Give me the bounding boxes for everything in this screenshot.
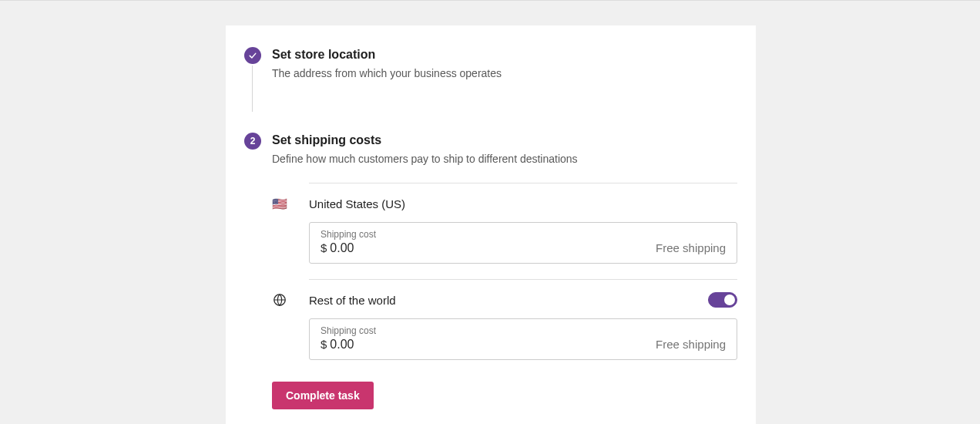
cost-value: 0.00: [330, 241, 656, 255]
currency-symbol: $: [321, 338, 327, 351]
us-flag-icon: 🇺🇸: [272, 196, 287, 211]
currency-symbol: $: [321, 241, 327, 254]
step2-title: Set shipping costs: [272, 131, 737, 150]
step-connector: [252, 66, 253, 112]
zone-us-cost-input[interactable]: Shipping cost $ 0.00 Free shipping: [309, 222, 737, 264]
cost-label: Shipping cost: [321, 325, 726, 336]
step1-desc: The address from which your business ope…: [272, 66, 737, 82]
step-complete-badge: [244, 47, 261, 64]
zone-us-header: 🇺🇸 United States (US): [272, 196, 737, 211]
step-shipping-costs: 2 Set shipping costs Define how much cus…: [226, 131, 756, 167]
step-number: 2: [250, 136, 256, 146]
check-icon: [248, 51, 257, 60]
zone-us-name: United States (US): [309, 197, 737, 210]
zone-divider: [309, 279, 737, 280]
step2-desc: Define how much customers pay to ship to…: [272, 151, 737, 167]
zone-divider: [309, 183, 737, 183]
shipping-zones: 🇺🇸 United States (US) Shipping cost $ 0.…: [226, 183, 756, 360]
zone-rest-header: Rest of the world: [272, 292, 737, 308]
cost-value: 0.00: [330, 338, 656, 352]
page-divider: [0, 0, 980, 1]
free-shipping-badge: Free shipping: [656, 241, 726, 254]
zone-rest-toggle[interactable]: [708, 292, 737, 308]
step-number-badge: 2: [244, 133, 261, 150]
complete-task-button[interactable]: Complete task: [272, 382, 374, 409]
step1-title: Set store location: [272, 45, 737, 64]
cost-label: Shipping cost: [321, 229, 726, 240]
toggle-knob: [724, 294, 735, 305]
globe-icon: [272, 292, 287, 308]
step-store-location: Set store location The address from whic…: [226, 45, 756, 82]
free-shipping-badge: Free shipping: [656, 338, 726, 351]
shipping-setup-card: Set store location The address from whic…: [226, 25, 756, 424]
zone-rest-name: Rest of the world: [309, 294, 708, 307]
zone-rest-cost-input[interactable]: Shipping cost $ 0.00 Free shipping: [309, 318, 737, 360]
